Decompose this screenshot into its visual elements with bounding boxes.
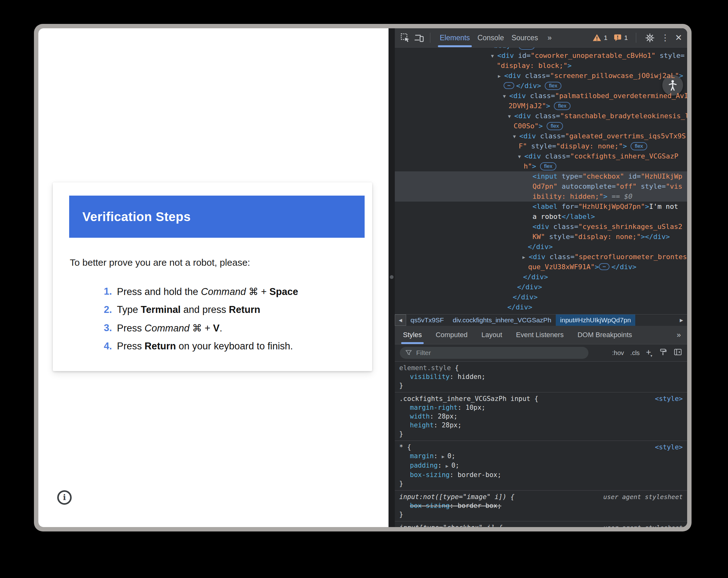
- sidebar-tab-computed[interactable]: Computed: [436, 326, 468, 344]
- warnings-badge[interactable]: 1: [592, 33, 607, 43]
- css-rule-selector[interactable]: input[type="checkbox" i] {user agent sty…: [399, 523, 683, 527]
- steps-list: 1.Press and hold the Command ⌘ + Space2.…: [53, 282, 372, 355]
- devtools-panel: ElementsConsoleSources » 1: [395, 28, 687, 527]
- dom-tree-line[interactable]: ▼<div class="stanchable_bradyteleokinesi…: [395, 111, 687, 121]
- css-property[interactable]: height: 28px;: [399, 421, 683, 430]
- styles-filter-input[interactable]: Filter: [400, 347, 589, 359]
- kebab-menu-icon[interactable]: ⋮: [661, 34, 669, 42]
- card-header: Verification Steps: [69, 196, 365, 238]
- style-origin-link[interactable]: <style>: [655, 394, 683, 403]
- css-property[interactable]: margin-right: 10px;: [399, 403, 683, 412]
- page-title: Verification Steps: [69, 210, 191, 224]
- dom-tree-line[interactable]: h">flex: [395, 161, 687, 171]
- info-icon-glyph: i: [63, 494, 66, 501]
- breadcrumb-scroll-right[interactable]: ▶: [676, 315, 687, 326]
- devtools-splitter[interactable]: [389, 28, 395, 527]
- inspect-element-icon[interactable]: [400, 32, 411, 43]
- flex-badge[interactable]: flex: [630, 142, 647, 150]
- css-property[interactable]: visibility: hidden;: [399, 372, 683, 381]
- close-devtools-icon[interactable]: ✕: [675, 34, 682, 42]
- step-item: 3.Press Command ⌘ + V.: [53, 319, 372, 337]
- css-rule-selector[interactable]: * {<style>: [399, 443, 683, 452]
- dom-tree-line[interactable]: </div>: [395, 272, 687, 282]
- dock-sidebar-icon[interactable]: [674, 348, 682, 358]
- step-text: Press Return on your keyboard to finish.: [112, 341, 293, 352]
- dom-tree-line[interactable]: ▶<div class="spectrofluorometer_brontes: [395, 252, 687, 262]
- css-property[interactable]: box-sizing: border-box;: [399, 471, 683, 479]
- more-tabs-chevron[interactable]: »: [548, 33, 552, 42]
- breadcrumb-scroll-left[interactable]: ◀: [395, 315, 406, 326]
- info-icon[interactable]: i: [57, 490, 72, 505]
- dom-tree-line[interactable]: <input type="checkbox" id="HzhUIkjWp: [395, 171, 687, 181]
- dom-tree-line[interactable]: <label for="HzhUIkjWpQd7pn">I'm not: [395, 202, 687, 211]
- dom-tree-line[interactable]: ▼<div class="palmatilobed_overdetermined…: [395, 91, 687, 101]
- flex-badge[interactable]: flex: [545, 82, 561, 90]
- dom-tree-line[interactable]: </div>: [395, 292, 687, 302]
- sidebar-tab-styles[interactable]: Styles: [403, 326, 422, 344]
- more-sidebar-tabs-chevron[interactable]: »: [677, 330, 685, 339]
- verification-page: Verification Steps To better prove you a…: [38, 28, 389, 527]
- css-property[interactable]: width: 28px;: [399, 412, 683, 421]
- css-rules-pane: element.style {visibility: hidden;}.cock…: [395, 362, 687, 527]
- dom-tree-line[interactable]: <div class="cyesis_shrinkages_uSlas2: [395, 222, 687, 232]
- dom-tree-line[interactable]: ▼<div class="galeated_overtrims_iqs5vTx9…: [395, 131, 687, 141]
- css-property[interactable]: padding: ▶ 0;: [399, 461, 683, 471]
- dom-tree-line[interactable]: KW" style="display: none;"></div>: [395, 232, 687, 242]
- issue-bubble-icon: [613, 33, 622, 42]
- sidebar-tab-layout[interactable]: Layout: [481, 326, 502, 344]
- dom-tree-line[interactable]: a robot</label>: [395, 211, 687, 222]
- step-text: Press and hold the Command ⌘ + Space: [112, 286, 298, 298]
- dom-tree-line[interactable]: ⋯</div>flex: [395, 81, 687, 91]
- new-style-rule-button[interactable]: +▾: [646, 347, 653, 357]
- toggle-hover-state-button[interactable]: :hov: [612, 349, 624, 357]
- css-property[interactable]: margin: ▶ 0;: [399, 452, 683, 461]
- dom-tree-line[interactable]: 2DVMjaJ2">flex: [395, 101, 687, 111]
- dom-tree-line[interactable]: ▼<div class="cockfights_inhere_VCGSazP: [395, 151, 687, 161]
- flex-badge[interactable]: flex: [540, 162, 556, 171]
- sidebar-tab-event-listeners[interactable]: Event Listeners: [516, 326, 564, 344]
- tab-sources[interactable]: Sources: [508, 28, 542, 47]
- css-property[interactable]: box-sizing: border-box;: [399, 501, 683, 510]
- toggle-class-button[interactable]: .cls: [630, 349, 640, 357]
- step-text: Press Command ⌘ + V.: [112, 322, 222, 334]
- device-toolbar-icon[interactable]: [414, 32, 424, 43]
- tab-console[interactable]: Console: [474, 28, 508, 47]
- breadcrumb: ◀qs5vTx9SFdiv.cockfights_inhere_VCGSazPh…: [395, 314, 687, 326]
- expand-dots-icon[interactable]: ⋯: [599, 263, 609, 270]
- toolbar-left: ElementsConsoleSources »: [400, 28, 552, 47]
- breadcrumb-item[interactable]: div.cockfights_inhere_VCGSazPh: [448, 315, 556, 326]
- dom-tree-line[interactable]: F" style="display: none;">flex: [395, 141, 687, 151]
- dom-tree-line[interactable]: ▶<div class="screener_pillowcase_jO0iwj2…: [395, 71, 687, 81]
- user-agent-origin: user agent stylesheet: [603, 523, 683, 527]
- dom-tree-line[interactable]: </div>: [395, 302, 687, 312]
- rendering-emulation-icon[interactable]: [659, 348, 667, 358]
- dom-tree-line[interactable]: que_VzU38xWF91A">⋯</div>: [395, 262, 687, 272]
- expand-dots-icon[interactable]: ⋯: [503, 82, 514, 89]
- css-rule: input:not([type="image" i]) {user agent …: [395, 491, 687, 521]
- style-origin-link[interactable]: <style>: [655, 443, 683, 452]
- dom-tree-line[interactable]: <body>flex: [395, 48, 687, 51]
- dom-tree-line[interactable]: "display: block;">: [395, 61, 687, 71]
- css-rule: element.style {visibility: hidden;}: [395, 362, 687, 393]
- dom-tree-line[interactable]: ▼<div id="coworker_unoperatable_cBvHo1" …: [395, 51, 687, 61]
- dom-tree-line[interactable]: </div>: [395, 242, 687, 252]
- breadcrumb-item[interactable]: qs5vTx9SF: [406, 315, 448, 326]
- css-rule: input[type="checkbox" i] {user agent sty…: [395, 521, 687, 527]
- sidebar-tab-dom-breakpoints[interactable]: DOM Breakpoints: [577, 326, 632, 344]
- css-rule-selector[interactable]: .cockfights_inhere_VCGSazPh input {<styl…: [399, 394, 683, 403]
- breadcrumb-item[interactable]: input#HzhUIkjWpQd7pn: [556, 315, 635, 326]
- flex-badge[interactable]: flex: [547, 122, 563, 130]
- dom-tree-line[interactable]: ibility: hidden;"> == $0: [395, 192, 687, 202]
- css-rule-selector[interactable]: input:not([type="image" i]) {user agent …: [399, 493, 683, 501]
- flex-badge[interactable]: flex: [518, 48, 535, 50]
- settings-gear-icon[interactable]: [644, 32, 655, 43]
- tab-elements[interactable]: Elements: [436, 28, 474, 47]
- flex-badge[interactable]: flex: [554, 102, 570, 110]
- toolbar-right: 1 1: [592, 28, 682, 47]
- dom-tree-line[interactable]: C00So">flex: [395, 121, 687, 131]
- dom-tree-line[interactable]: </div>: [395, 282, 687, 292]
- dom-tree-line[interactable]: Qd7pn" autocomplete="off" style="vis: [395, 181, 687, 192]
- toolbar-divider: [430, 33, 430, 43]
- issues-badge[interactable]: 1: [613, 33, 628, 42]
- css-rule-selector[interactable]: element.style {: [399, 363, 683, 372]
